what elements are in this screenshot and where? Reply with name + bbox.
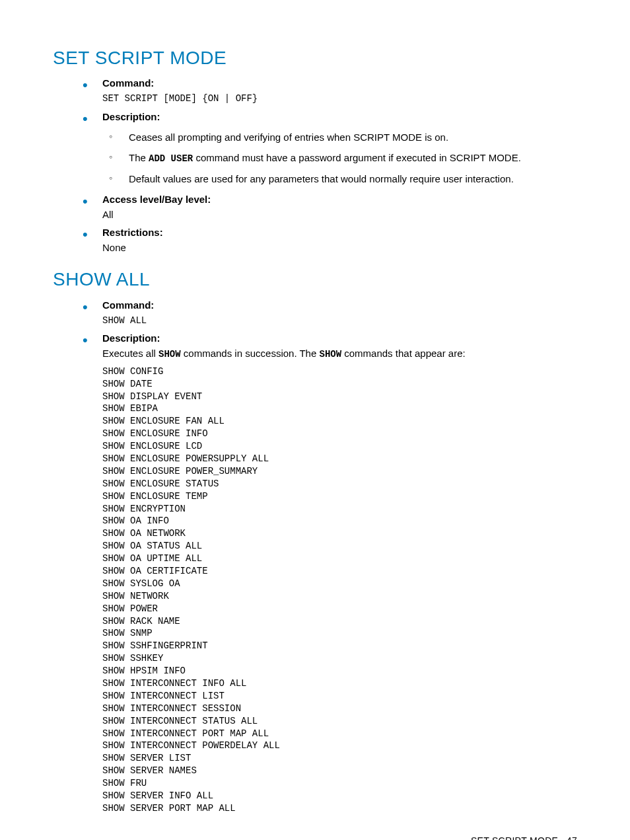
access-level-label: Access level/Bay level: [102, 194, 211, 205]
list-item: Command: SHOW ALL [102, 298, 577, 328]
footer-section-name: SET SCRIPT MODE [471, 835, 558, 840]
restrictions-value: None [102, 241, 577, 254]
command-label: Command: [102, 299, 154, 311]
list-item: Access level/Bay level: All [102, 192, 577, 221]
list-item: Restrictions: None [102, 225, 577, 254]
description-label: Description: [102, 111, 160, 122]
command-text: SHOW ALL [102, 315, 577, 328]
page-footer: SET SCRIPT MODE 47 [53, 835, 577, 840]
description-label: Description: [102, 332, 160, 344]
list-item: Description: Ceases all prompting and ve… [102, 110, 577, 186]
access-level-value: All [102, 208, 577, 221]
description-text: Executes all SHOW commands in succession… [102, 346, 577, 362]
command-text: SET SCRIPT [MODE] {ON | OFF} [102, 93, 577, 106]
show-commands-codeblock: SHOW CONFIG SHOW DATE SHOW DISPLAY EVENT… [102, 365, 577, 815]
list-item: Command: SET SCRIPT [MODE] {ON | OFF} [102, 76, 577, 106]
show-all-list: Command: SHOW ALL Description: Executes … [53, 298, 577, 815]
list-item: Description: Executes all SHOW commands … [102, 331, 577, 815]
command-label: Command: [102, 77, 154, 89]
list-item: Default values are used for any paramete… [129, 172, 577, 186]
section-title-set-script-mode: SET SCRIPT MODE [53, 45, 577, 71]
restrictions-label: Restrictions: [102, 227, 163, 238]
set-script-mode-list: Command: SET SCRIPT [MODE] {ON | OFF} De… [53, 76, 577, 254]
list-item: Ceases all prompting and verifying of en… [129, 130, 577, 144]
list-item: The ADD USER command must have a passwor… [129, 151, 577, 166]
footer-page-number: 47 [567, 835, 577, 840]
description-sublist: Ceases all prompting and verifying of en… [102, 130, 577, 186]
section-title-show-all: SHOW ALL [53, 266, 577, 292]
